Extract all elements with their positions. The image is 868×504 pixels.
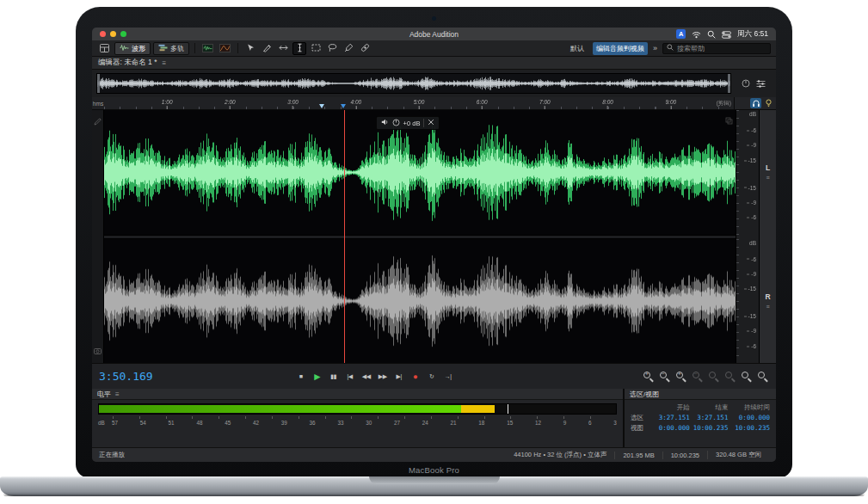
menubar-clock[interactable]: 周六 6:51 xyxy=(737,29,768,40)
overlay-panels-icon[interactable] xyxy=(725,113,733,128)
free-space: 320.48 GB 空闲 xyxy=(707,451,769,459)
gain-value[interactable]: +0 dB xyxy=(403,120,421,127)
time-selection-tool-button[interactable] xyxy=(292,42,306,55)
overview-right-handle[interactable] xyxy=(728,74,730,93)
selection-end-value[interactable]: 3:27.151 xyxy=(693,414,729,422)
scale-label: -6 xyxy=(747,342,756,348)
play-button[interactable]: ▶ xyxy=(311,370,324,384)
move-next-button[interactable]: ▶| xyxy=(392,370,406,384)
spectral-display-toggle-icon[interactable] xyxy=(218,42,232,54)
paintbrush-tool-icon xyxy=(344,42,354,55)
workspace-overflow-button[interactable]: » xyxy=(653,44,657,52)
right-amplitude-scale[interactable]: dB -6 -9 -15 -15 -9 -6 xyxy=(736,239,759,364)
snapshot-icon[interactable] xyxy=(94,342,102,358)
marquee-selection-tool-button[interactable] xyxy=(309,42,323,55)
minimize-window-button[interactable] xyxy=(110,31,116,37)
hud-lamp-icon[interactable] xyxy=(765,95,773,111)
selection-view-panel-title: 选区/视图 xyxy=(630,390,659,399)
headphones-icon[interactable] xyxy=(750,98,761,108)
meter-db-label: dB xyxy=(98,420,112,426)
close-window-button[interactable] xyxy=(100,31,106,37)
view-start-value[interactable]: 0:00.000 xyxy=(656,424,690,433)
slip-tool-button[interactable] xyxy=(276,42,290,55)
selection-duration-value[interactable]: 0:00.000 xyxy=(731,414,770,422)
workspace-default-button[interactable]: 默认 xyxy=(567,42,588,55)
playhead-line[interactable] xyxy=(344,110,345,363)
hud-close-icon[interactable] xyxy=(428,119,434,127)
workspace-active-button[interactable]: 编辑音频到视频 xyxy=(593,42,648,55)
zoom-window-button[interactable] xyxy=(120,31,126,37)
ruler-unit-label: hms xyxy=(92,97,104,109)
left-amplitude-scale[interactable]: dB -6 -9 -15 -15 -9 -6 xyxy=(736,110,759,235)
hud-separator xyxy=(423,119,424,127)
sliders-icon[interactable] xyxy=(756,76,766,91)
overview-strip[interactable] xyxy=(96,73,731,94)
transport-bar: 3:50.169 ■ ▶ ▮▮ |◀ ◀◀ ▶▶ ▶| ● ↻ →| + − + xyxy=(92,363,776,389)
time-selection-tool-icon xyxy=(295,42,305,55)
stop-button[interactable]: ■ xyxy=(294,370,308,384)
ruler-tick: 1:00 xyxy=(162,100,173,110)
scale-label: -9 xyxy=(747,270,756,276)
multitrack-icon xyxy=(158,44,168,53)
waveform-display-toggle-icon[interactable] xyxy=(200,42,215,54)
control-center-icon[interactable] xyxy=(722,28,731,42)
meter-scale: dB 57545148454239363330272421181512963 xyxy=(98,420,617,426)
playback-status: 正在播放 xyxy=(99,451,125,459)
current-time-display[interactable]: 3:50.169 xyxy=(99,370,200,383)
move-tool-button[interactable] xyxy=(243,42,257,55)
input-method-badge[interactable]: A xyxy=(676,29,686,39)
left-channel-lane[interactable]: +0 dB xyxy=(104,110,736,235)
zoom-to-out-point-button[interactable] xyxy=(723,371,736,383)
zoom-out-button[interactable]: − xyxy=(658,371,671,383)
skip-selection-button[interactable]: →| xyxy=(441,370,455,384)
multitrack-view-button[interactable]: 多轨 xyxy=(153,42,189,55)
left-channel-menu-icon[interactable]: ≡ xyxy=(766,175,769,181)
laptop-bezel: Adobe Audition A 周六 6:51 波形 多 xyxy=(76,7,792,478)
waveform-display[interactable]: +0 dB xyxy=(104,110,736,363)
spot-healing-brush-tool-button[interactable] xyxy=(358,42,372,55)
lasso-selection-tool-button[interactable] xyxy=(325,42,339,55)
view-duration-value[interactable]: 10:00.235 xyxy=(731,424,770,433)
fast-forward-button[interactable]: ▶▶ xyxy=(376,370,390,384)
rewind-button[interactable]: ◀◀ xyxy=(360,370,373,384)
help-search-input[interactable]: 搜索帮助 xyxy=(662,43,771,54)
panel-grid-icon[interactable] xyxy=(97,42,112,54)
meter-yellow xyxy=(461,405,495,413)
editor-tab[interactable]: 编辑器: 未命名 1 * xyxy=(98,58,157,68)
razor-tool-button[interactable] xyxy=(260,42,274,55)
selection-start-value[interactable]: 3:27.151 xyxy=(656,414,690,422)
amplitude-scale[interactable]: dB -6 -9 -15 -15 -9 -6 dB -6 -9 -15 xyxy=(736,110,759,363)
channel-controls: L ≡ R ≡ xyxy=(759,110,776,363)
selection-caret[interactable] xyxy=(319,104,324,108)
playhead-handle[interactable] xyxy=(341,104,346,108)
move-previous-button[interactable]: |◀ xyxy=(343,370,357,384)
levels-panel-menu-icon[interactable]: ≡ xyxy=(115,390,120,398)
right-channel-menu-icon[interactable]: ≡ xyxy=(766,304,769,310)
waveform-view-button[interactable]: 波形 xyxy=(114,42,151,55)
paintbrush-tool-button[interactable] xyxy=(342,42,355,55)
edit-icon[interactable] xyxy=(94,114,102,129)
scale-label: -9 xyxy=(747,199,756,205)
timeline-ruler[interactable]: 1:00 2:00 3:00 4:00 5:00 6:00 7:00 8:00 … xyxy=(104,97,734,109)
knob-icon[interactable] xyxy=(742,76,750,91)
zoom-to-selection-button[interactable] xyxy=(740,371,753,383)
view-end-value[interactable]: 10:00.235 xyxy=(693,424,729,433)
selection-view-panel: 选区/视图 开始 结束 持续时间 选区 3:27.151 3:27.151 0:… xyxy=(625,389,776,447)
record-button[interactable]: ● xyxy=(409,370,422,384)
overview-left-handle[interactable] xyxy=(97,74,100,93)
gain-knob-icon[interactable] xyxy=(392,119,400,128)
panel-menu-icon[interactable]: ≡ xyxy=(162,59,166,67)
pause-button[interactable]: ▮▮ xyxy=(327,370,341,384)
zoom-to-in-point-button[interactable] xyxy=(707,371,720,383)
wifi-icon[interactable] xyxy=(692,28,701,42)
right-channel-controls: R ≡ xyxy=(760,239,776,364)
zoom-reset-button[interactable] xyxy=(756,371,769,383)
zoom-out-amplitude-button[interactable]: − xyxy=(691,371,704,383)
gain-hud[interactable]: +0 dB xyxy=(376,116,440,130)
spotlight-icon[interactable] xyxy=(707,28,716,42)
loop-button[interactable]: ↻ xyxy=(425,370,439,384)
right-channel-lane[interactable] xyxy=(104,239,736,364)
zoom-in-amplitude-button[interactable]: + xyxy=(674,371,687,383)
zoom-in-button[interactable]: + xyxy=(642,371,655,383)
ruler-tick: 4:00 xyxy=(350,100,361,110)
